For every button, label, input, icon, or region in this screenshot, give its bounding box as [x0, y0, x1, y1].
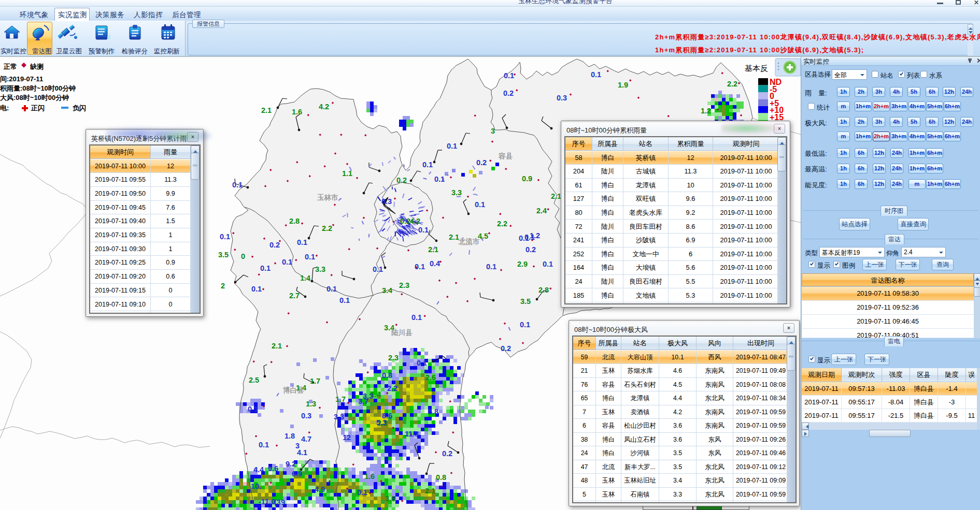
svg-text:0.1: 0.1	[232, 181, 243, 189]
svg-text:2.3: 2.3	[388, 354, 399, 362]
svg-text:0.1: 0.1	[248, 405, 258, 413]
svg-text:2.4: 2.4	[536, 207, 547, 215]
svg-text:1.7: 1.7	[335, 395, 346, 403]
svg-text:0.1: 0.1	[422, 161, 433, 169]
svg-text:基本反: 基本反	[745, 64, 768, 72]
svg-text:2.1: 2.1	[261, 106, 272, 114]
svg-text:0.1: 0.1	[475, 200, 485, 209]
svg-text:11.3: 11.3	[405, 430, 419, 438]
svg-text:负闪: 负闪	[72, 104, 86, 112]
svg-text:3.5: 3.5	[520, 297, 531, 305]
svg-text:大风:08时~10时00分钟: 大风:08时~10时00分钟	[0, 94, 69, 101]
svg-text:0.1: 0.1	[543, 260, 553, 268]
svg-text:1.6: 1.6	[292, 108, 302, 116]
svg-text:正闪: 正闪	[31, 104, 45, 112]
svg-text:玉林市: 玉林市	[317, 194, 338, 201]
svg-text:1.8: 1.8	[285, 432, 295, 440]
svg-text:(39: (39	[274, 498, 285, 506]
svg-text:2.2: 2.2	[387, 384, 397, 392]
svg-text:0.2: 0.2	[476, 158, 487, 167]
svg-text:0.8: 0.8	[382, 371, 392, 380]
svg-text:9.6: 9.6	[268, 464, 278, 473]
svg-text:3.5: 3.5	[218, 251, 229, 259]
svg-text:0.2: 0.2	[442, 449, 452, 458]
svg-text:2.1: 2.1	[425, 487, 435, 495]
svg-text:0.1: 0.1	[259, 441, 269, 449]
svg-text:3.3: 3.3	[363, 392, 373, 400]
svg-text:1.1: 1.1	[342, 169, 352, 178]
svg-text:9.2: 9.2	[286, 460, 296, 468]
svg-text:3: 3	[491, 127, 495, 135]
svg-text:3.3: 3.3	[315, 265, 325, 273]
svg-text:2.6: 2.6	[425, 373, 436, 382]
svg-text:0.1: 0.1	[357, 488, 367, 497]
svg-text:4.2: 4.2	[319, 103, 329, 111]
svg-text:4.9: 4.9	[315, 485, 325, 493]
svg-text:0.1: 0.1	[591, 70, 601, 79]
svg-text:0.1: 0.1	[434, 175, 445, 183]
svg-text:0.1: 0.1	[297, 238, 307, 246]
svg-text:2: 2	[221, 282, 225, 290]
svg-text:0.3: 0.3	[301, 412, 311, 420]
svg-text:+15: +15	[770, 113, 784, 122]
svg-text:12: 12	[343, 433, 351, 442]
svg-text:0.2: 0.2	[396, 176, 407, 184]
svg-text:3.4: 3.4	[382, 286, 392, 295]
svg-text:0.1: 0.1	[326, 285, 337, 293]
svg-text:0.3: 0.3	[381, 197, 392, 206]
svg-text:2.1: 2.1	[449, 233, 459, 241]
svg-text:6.9: 6.9	[292, 470, 302, 478]
svg-text:0.1: 0.1	[220, 232, 230, 241]
svg-text:0.4: 0.4	[430, 259, 440, 268]
svg-text:1.4: 1.4	[300, 274, 310, 282]
svg-text:博白县: 博白县	[282, 386, 304, 394]
svg-text:1.7: 1.7	[310, 377, 320, 385]
svg-text:0.1: 0.1	[282, 258, 292, 266]
svg-text:0.1: 0.1	[339, 296, 350, 304]
svg-text:0.1: 0.1	[260, 264, 271, 272]
svg-text:2.5: 2.5	[249, 376, 259, 384]
svg-text:1.6: 1.6	[364, 472, 375, 480]
svg-text:3.6: 3.6	[385, 494, 395, 503]
svg-text:3.3: 3.3	[334, 413, 344, 421]
svg-text:0.1: 0.1	[251, 285, 262, 293]
svg-text:积雨量:08时~10时00分钟: 积雨量:08时~10时00分钟	[0, 84, 76, 92]
svg-text:0.1: 0.1	[504, 71, 514, 80]
svg-text:1.2: 1.2	[701, 107, 711, 115]
svg-text:0.9: 0.9	[522, 174, 532, 183]
svg-text:0.1: 0.1	[417, 359, 427, 367]
svg-text:0: 0	[241, 252, 245, 260]
svg-text:0.3: 0.3	[557, 94, 567, 102]
svg-text:0.1: 0.1	[415, 263, 425, 271]
svg-text:5.3: 5.3	[376, 418, 387, 427]
svg-text:1.3: 1.3	[306, 400, 316, 408]
svg-text:3.3: 3.3	[451, 188, 462, 197]
svg-text:10.: 10.	[251, 482, 261, 490]
svg-text:4.4: 4.4	[253, 465, 264, 474]
svg-text:0.8: 0.8	[436, 473, 446, 482]
svg-text:容县: 容县	[498, 152, 513, 160]
svg-text:4.1: 4.1	[297, 448, 307, 457]
svg-text:0.2: 0.2	[503, 89, 514, 97]
svg-text:-11.0: -11.0	[259, 498, 275, 506]
svg-text:5.8: 5.8	[428, 407, 438, 416]
svg-text:缺测: 缺测	[30, 63, 44, 70]
svg-text:间:2019-07-11: 间:2019-07-11	[0, 75, 43, 83]
svg-text:陆川县: 陆川县	[391, 329, 413, 337]
svg-text:0.1: 0.1	[418, 226, 429, 234]
svg-text:2.2: 2.2	[322, 224, 332, 232]
svg-text:2.3: 2.3	[399, 281, 409, 289]
svg-text:正常: 正常	[3, 63, 17, 70]
svg-text:0.2: 0.2	[525, 245, 536, 254]
svg-text:2.1: 2.1	[272, 342, 282, 350]
svg-text:0.1: 0.1	[305, 253, 315, 261]
svg-text:2.1: 2.1	[428, 245, 438, 254]
svg-text:0.1: 0.1	[411, 313, 422, 322]
svg-text:0.2: 0.2	[269, 241, 280, 249]
svg-text:2.8: 2.8	[289, 217, 300, 225]
svg-text:0.2: 0.2	[501, 344, 511, 353]
svg-text:0.1: 0.1	[447, 142, 457, 150]
svg-text:4.7: 4.7	[301, 435, 311, 443]
svg-text:1.2: 1.2	[530, 231, 540, 240]
svg-text:2.2: 2.2	[727, 80, 737, 88]
